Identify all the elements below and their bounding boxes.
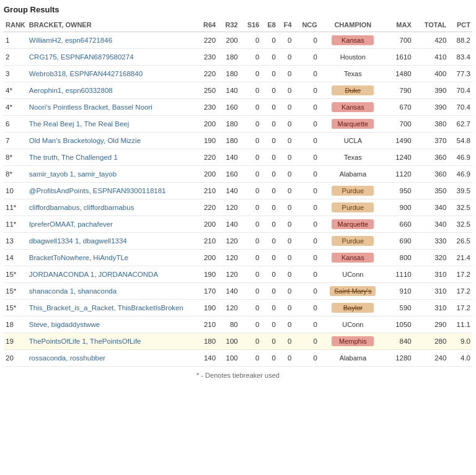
cell-pct: 83.4 xyxy=(448,49,472,66)
cell-f4: 0 xyxy=(278,82,294,99)
cell-total: 240 xyxy=(413,350,449,367)
cell-owner[interactable]: dbagwell1334 1, dbagwell1334 xyxy=(27,233,196,250)
cell-e8: 0 xyxy=(261,233,277,250)
champion-pill: Marquette xyxy=(332,119,374,129)
cell-ncg: 0 xyxy=(294,66,319,82)
cell-r64: 190 xyxy=(196,266,218,283)
cell-r64: 190 xyxy=(196,300,218,316)
cell-s16: 0 xyxy=(240,149,262,166)
cell-owner[interactable]: samir_tayob 1, samir_tayob xyxy=(27,166,196,183)
champion-pill: Memphis xyxy=(332,336,374,346)
cell-owner[interactable]: Webrob318, ESPNFAN4427168840 xyxy=(27,66,196,82)
cell-e8: 0 xyxy=(261,300,277,316)
cell-champion: Saint Mary's xyxy=(319,283,387,300)
cell-pct: 32.5 xyxy=(448,199,472,216)
champion-pill: Texas xyxy=(332,69,374,79)
table-header-row: RANK BRACKET, OWNER R64 R32 S16 E8 F4 NC… xyxy=(4,18,472,32)
cell-owner[interactable]: BracketToNowhere, HiAndyTLe xyxy=(27,250,196,266)
cell-owner[interactable]: rossaconda, rosshubber xyxy=(27,350,196,367)
cell-owner[interactable]: The truth, The Challenged 1 xyxy=(27,149,196,166)
cell-owner[interactable]: shanaconda 1, shanaconda xyxy=(27,283,196,300)
cell-total: 290 xyxy=(413,316,449,333)
col-f4: F4 xyxy=(278,18,294,32)
cell-champion: Baylor xyxy=(319,300,387,316)
cell-s16: 0 xyxy=(240,199,262,216)
cell-s16: 0 xyxy=(240,99,262,116)
cell-owner[interactable]: ThePointsOfLife 1, ThePointsOfLife xyxy=(27,333,196,350)
cell-total: 340 xyxy=(413,216,449,233)
cell-pct: 46.9 xyxy=(448,149,472,166)
cell-r32: 140 xyxy=(218,82,240,99)
cell-e8: 0 xyxy=(261,149,277,166)
cell-r32: 120 xyxy=(218,300,240,316)
table-row: 2CRG175, ESPNFAN68795802742301800000Hous… xyxy=(4,49,472,66)
cell-total: 390 xyxy=(413,82,449,99)
cell-champion: Alabama xyxy=(319,350,387,367)
cell-e8: 0 xyxy=(261,333,277,350)
cell-owner[interactable]: Noori's Pointless Bracket, Bassel Noori xyxy=(27,99,196,116)
cell-owner[interactable]: IpreferOMAAT, pachafever xyxy=(27,216,196,233)
cell-f4: 0 xyxy=(278,32,294,49)
cell-owner[interactable]: This_Bracket_is_a_Racket, ThisBracketIsB… xyxy=(27,300,196,316)
table-row: 14BracketToNowhere, HiAndyTLe2001200000K… xyxy=(4,250,472,266)
cell-rank: 14 xyxy=(4,250,27,266)
champion-pill: Kansas xyxy=(332,35,374,45)
cell-r32: 180 xyxy=(218,116,240,133)
cell-champion: Texas xyxy=(319,66,387,82)
cell-r64: 230 xyxy=(196,99,218,116)
table-row: 3Webrob318, ESPNFAN44271688402201800000T… xyxy=(4,66,472,82)
cell-r32: 180 xyxy=(218,49,240,66)
cell-ncg: 0 xyxy=(294,283,319,300)
champion-pill: Houston xyxy=(332,52,374,62)
col-rank: RANK xyxy=(4,18,27,32)
cell-s16: 0 xyxy=(240,166,262,183)
cell-owner[interactable]: CRG175, ESPNFAN6879580274 xyxy=(27,49,196,66)
cell-max: 790 xyxy=(387,82,413,99)
cell-pct: 70.4 xyxy=(448,99,472,116)
cell-f4: 0 xyxy=(278,149,294,166)
cell-max: 1280 xyxy=(387,350,413,367)
cell-r64: 250 xyxy=(196,82,218,99)
cell-ncg: 0 xyxy=(294,333,319,350)
cell-r64: 200 xyxy=(196,116,218,133)
champion-pill: Purdue xyxy=(332,203,374,212)
cell-total: 280 xyxy=(413,333,449,350)
cell-e8: 0 xyxy=(261,116,277,133)
cell-ncg: 0 xyxy=(294,216,319,233)
cell-r64: 220 xyxy=(196,149,218,166)
cell-f4: 0 xyxy=(278,350,294,367)
cell-e8: 0 xyxy=(261,250,277,266)
cell-rank: 8* xyxy=(4,166,27,183)
cell-rank: 2 xyxy=(4,49,27,66)
cell-rank: 11* xyxy=(4,199,27,216)
cell-ncg: 0 xyxy=(294,149,319,166)
cell-rank: 15* xyxy=(4,283,27,300)
cell-r32: 200 xyxy=(218,32,240,49)
cell-max: 1490 xyxy=(387,133,413,149)
cell-max: 1240 xyxy=(387,149,413,166)
cell-owner[interactable]: JORDANACONDA 1, JORDANACONDA xyxy=(27,266,196,283)
cell-owner[interactable]: Old Man's Bracketology, Old Mizzie xyxy=(27,133,196,149)
cell-owner[interactable]: The Real Beej 1, The Real Beej xyxy=(27,116,196,133)
cell-champion: Kansas xyxy=(319,32,387,49)
cell-owner[interactable]: WilliamH2, espn64721846 xyxy=(27,32,196,49)
cell-total: 310 xyxy=(413,266,449,283)
cell-total: 400 xyxy=(413,66,449,82)
cell-max: 840 xyxy=(387,333,413,350)
cell-owner[interactable]: cliffordbarnabus, cliffordbarnabus xyxy=(27,199,196,216)
col-pct: PCT xyxy=(448,18,472,32)
cell-pct: 54.8 xyxy=(448,133,472,149)
cell-pct: 39.5 xyxy=(448,183,472,199)
cell-e8: 0 xyxy=(261,316,277,333)
page-title: Group Results xyxy=(4,5,472,14)
cell-total: 320 xyxy=(413,250,449,266)
cell-r64: 210 xyxy=(196,316,218,333)
cell-owner[interactable]: @ProfitsAndPoints, ESPNFAN9300118181 xyxy=(27,183,196,199)
cell-e8: 0 xyxy=(261,266,277,283)
cell-champion: Kansas xyxy=(319,250,387,266)
cell-champion: Memphis xyxy=(319,333,387,350)
cell-e8: 0 xyxy=(261,183,277,199)
cell-owner[interactable]: Aerophin1, espn60332808 xyxy=(27,82,196,99)
cell-owner[interactable]: Steve, bigdaddystwwe xyxy=(27,316,196,333)
table-row: 11*cliffordbarnabus, cliffordbarnabus220… xyxy=(4,199,472,216)
